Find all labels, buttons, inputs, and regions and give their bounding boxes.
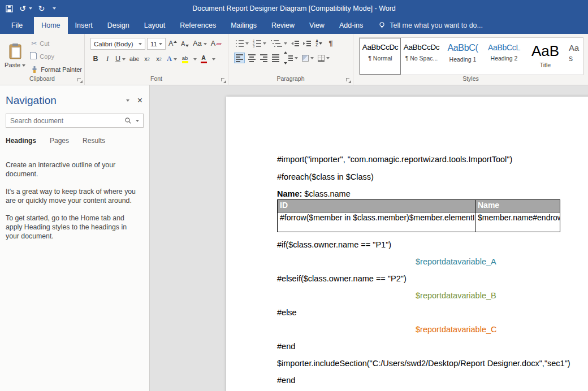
doc-table-cell-name[interactable]: $member.name#endrow bbox=[475, 212, 560, 232]
tab-layout[interactable]: Layout bbox=[137, 17, 173, 34]
clear-formatting-button[interactable]: A bbox=[210, 38, 222, 49]
line-spacing-button[interactable] bbox=[282, 53, 299, 63]
tell-me-box[interactable]: Tell me what you want to do... bbox=[373, 17, 488, 34]
multilevel-list-button[interactable] bbox=[269, 38, 288, 49]
doc-table-header-name[interactable]: Name bbox=[475, 200, 560, 212]
style-heading2[interactable]: AaBbCcL Heading 2 bbox=[483, 38, 525, 75]
nav-tab-results[interactable]: Results bbox=[83, 137, 105, 145]
style-subtitle[interactable]: Aa S bbox=[566, 38, 583, 75]
scissors-icon: ✂ bbox=[31, 40, 37, 47]
clipboard-group-label: Clipboard bbox=[0, 75, 84, 85]
document-area[interactable]: #import("importer", "com.nomagic.reportw… bbox=[150, 85, 588, 391]
increase-indent-button[interactable] bbox=[302, 38, 312, 49]
doc-line-include[interactable]: $importer.includeSection("C:/Users/swd2/… bbox=[277, 358, 570, 369]
cut-button[interactable]: ✂ Cut bbox=[31, 38, 82, 48]
align-right-button[interactable] bbox=[258, 53, 269, 63]
copy-icon bbox=[32, 53, 37, 59]
align-center-button[interactable] bbox=[247, 53, 257, 63]
tab-insert[interactable]: Insert bbox=[68, 17, 100, 34]
strikethrough-button[interactable]: abc bbox=[128, 54, 140, 64]
search-icon[interactable] bbox=[123, 117, 133, 124]
superscript-button[interactable]: x2 bbox=[154, 54, 164, 64]
doc-table-header-id[interactable]: ID bbox=[278, 200, 475, 212]
qat-customize-button[interactable] bbox=[51, 7, 56, 10]
doc-line-end-2[interactable]: #end bbox=[277, 375, 295, 386]
tab-file[interactable]: File bbox=[0, 17, 34, 34]
sort-button[interactable]: AZ bbox=[314, 38, 324, 49]
shrink-font-button[interactable]: A bbox=[180, 38, 190, 49]
bullets-button[interactable] bbox=[234, 38, 250, 49]
tab-view[interactable]: View bbox=[302, 17, 332, 34]
doc-var-a[interactable]: $reportdatavariable_A bbox=[416, 257, 496, 267]
font-color-button[interactable]: A bbox=[198, 54, 209, 64]
close-icon[interactable]: × bbox=[137, 96, 142, 105]
tab-references[interactable]: References bbox=[172, 17, 223, 34]
paste-label: Paste bbox=[5, 62, 20, 68]
highlight-color-button[interactable]: ab bbox=[180, 54, 190, 64]
subscript-button[interactable]: x2 bbox=[142, 54, 152, 64]
tab-review[interactable]: Review bbox=[264, 17, 302, 34]
shading-button[interactable] bbox=[301, 53, 315, 63]
document-page[interactable]: #import("importer", "com.nomagic.reportw… bbox=[226, 97, 588, 391]
text-effects-button[interactable]: A bbox=[166, 54, 178, 64]
save-button[interactable] bbox=[6, 5, 13, 12]
lightbulb-icon bbox=[378, 21, 386, 29]
clipboard-dialog-launcher[interactable] bbox=[77, 78, 83, 83]
doc-line-elseif[interactable]: #elseif($class.owner.name == "P2") bbox=[277, 273, 407, 284]
style-title[interactable]: AaB Title bbox=[525, 38, 566, 75]
save-icon bbox=[6, 5, 13, 12]
tab-design[interactable]: Design bbox=[100, 17, 137, 34]
italic-button[interactable]: I bbox=[102, 54, 113, 64]
grow-font-button[interactable]: A bbox=[167, 38, 178, 49]
numbering-button[interactable] bbox=[252, 38, 267, 49]
tab-home[interactable]: Home bbox=[34, 17, 67, 34]
nav-tab-headings[interactable]: Headings bbox=[6, 137, 36, 145]
navigation-options-dropdown[interactable] bbox=[126, 99, 129, 102]
format-painter-button[interactable]: Format Painter bbox=[31, 64, 82, 74]
tab-mailings[interactable]: Mailings bbox=[223, 17, 264, 34]
copy-button[interactable]: Copy bbox=[31, 51, 82, 61]
navigation-pane-title: Navigation bbox=[6, 94, 57, 107]
doc-table-data-row: #forrow($member in $class.member)$member… bbox=[278, 212, 560, 232]
doc-line-import[interactable]: #import("importer", "com.nomagic.reportw… bbox=[277, 154, 512, 165]
doc-line-foreach[interactable]: #foreach($class in $Class) bbox=[277, 172, 374, 183]
ribbon-tab-bar: File Home Insert Design Layout Reference… bbox=[0, 17, 588, 34]
line-spacing-icon bbox=[283, 51, 287, 64]
undo-button[interactable]: ↺ bbox=[19, 5, 32, 12]
decrease-indent-button[interactable] bbox=[290, 38, 300, 49]
justify-button[interactable] bbox=[270, 53, 280, 63]
change-case-button[interactable]: Aa bbox=[192, 38, 207, 49]
search-input[interactable] bbox=[6, 117, 123, 125]
quick-access-toolbar: ↺ ↻ bbox=[0, 5, 56, 12]
doc-var-b[interactable]: $reportdatavariable_B bbox=[416, 290, 496, 301]
tab-addins[interactable]: Add-ins bbox=[332, 17, 370, 34]
shading-icon bbox=[302, 55, 309, 62]
font-color-bar bbox=[201, 62, 207, 64]
search-options-dropdown[interactable] bbox=[136, 120, 139, 122]
style-heading1[interactable]: AaBbC( Heading 1 bbox=[442, 38, 483, 75]
doc-var-c[interactable]: $reportdatavariable_C bbox=[416, 324, 496, 335]
underline-button[interactable]: U bbox=[114, 54, 127, 64]
font-name-select[interactable]: Calibri (Body) bbox=[90, 38, 145, 50]
doc-line-end-1[interactable]: #end bbox=[277, 341, 295, 352]
font-dialog-launcher[interactable] bbox=[221, 78, 226, 83]
paragraph-dialog-launcher[interactable] bbox=[346, 78, 351, 83]
doc-table[interactable]: ID Name #forrow($member in $class.member… bbox=[277, 199, 560, 232]
borders-button[interactable] bbox=[317, 53, 331, 63]
style-normal[interactable]: AaBbCcDc ¶ Normal bbox=[360, 38, 401, 75]
bold-button[interactable]: B bbox=[90, 54, 101, 64]
align-left-button[interactable] bbox=[234, 53, 245, 63]
doc-line-name[interactable]: Name: $class.name bbox=[277, 189, 351, 199]
show-hide-marks-button[interactable]: ¶ bbox=[326, 38, 336, 49]
doc-table-cell-member[interactable]: #forrow($member in $class.member)$member… bbox=[278, 212, 475, 232]
style-no-spacing[interactable]: AaBbCcDc ¶ No Spac... bbox=[401, 38, 442, 75]
paste-button[interactable]: Paste bbox=[2, 36, 28, 75]
search-box[interactable] bbox=[6, 114, 144, 128]
doc-line-else[interactable]: #else bbox=[277, 307, 297, 318]
redo-button[interactable]: ↻ bbox=[38, 5, 45, 12]
font-group: Calibri (Body) 11 A A Aa A B I U bbox=[85, 34, 228, 85]
doc-line-if[interactable]: #if($class.owner.name == "P1") bbox=[277, 240, 391, 250]
nav-tab-pages[interactable]: Pages bbox=[50, 137, 69, 145]
font-size-select[interactable]: 11 bbox=[147, 38, 166, 50]
ribbon: Paste ✂ Cut Copy bbox=[0, 34, 588, 85]
